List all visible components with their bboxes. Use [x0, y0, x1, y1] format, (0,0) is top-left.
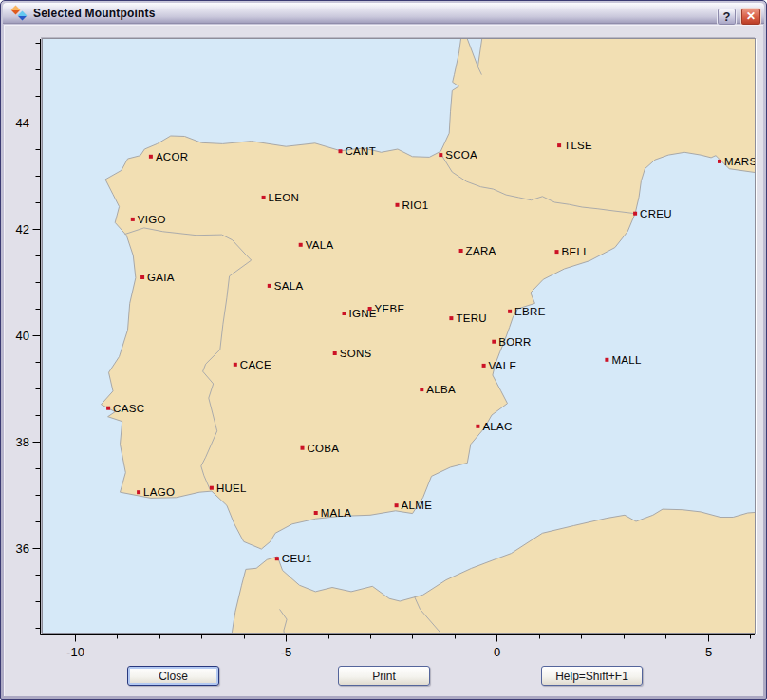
station-marker — [339, 149, 343, 153]
station-marker — [368, 307, 372, 311]
titlebar-close-icon[interactable]: ✕ — [740, 8, 761, 26]
station-marker — [555, 250, 559, 254]
station-label: MARS — [724, 156, 755, 167]
titlebar[interactable]: Selected Mountpoints ? ✕ — [3, 3, 764, 24]
station-label: ACOR — [156, 151, 188, 162]
station-label: CANT — [346, 145, 377, 157]
station-marker — [420, 388, 423, 391]
station-marker — [234, 363, 237, 367]
station-label: MALA — [321, 507, 352, 519]
station-label: ALAC — [482, 421, 512, 432]
station-LAGO: LAGO — [137, 486, 175, 498]
titlebar-help-button[interactable]: ? — [717, 8, 737, 26]
station-label: BORR — [498, 336, 531, 348]
station-label: BELL — [562, 246, 590, 257]
station-label: ALME — [402, 500, 433, 511]
station-marker — [262, 196, 266, 199]
station-SONS: SONS — [333, 348, 372, 359]
station-label: MALL — [611, 354, 642, 366]
station-label: RIO1 — [402, 199, 429, 211]
station-label: SONS — [340, 348, 372, 359]
station-marker — [605, 358, 608, 362]
station-label: TLSE — [564, 140, 592, 151]
station-ACOR: ACOR — [149, 151, 188, 162]
help-button[interactable]: Help=Shift+F1 — [541, 666, 643, 686]
station-marker — [718, 160, 721, 163]
station-marker — [459, 249, 463, 253]
station-marker — [275, 557, 279, 560]
station-marker — [396, 203, 400, 207]
station-marker — [449, 316, 453, 320]
station-marker — [314, 511, 318, 515]
station-label: SALA — [274, 280, 304, 292]
station-marker — [395, 503, 399, 507]
station-marker — [131, 218, 135, 221]
app-icon-diamond-blue — [18, 11, 28, 21]
station-label: YEBE — [375, 303, 405, 314]
station-label: CEU1 — [282, 553, 312, 564]
selected-mountpoints-window: Selected Mountpoints ? ✕ ACORCANTSCOATLS… — [0, 0, 767, 700]
station-marker — [333, 351, 337, 355]
station-marker — [492, 340, 496, 344]
station-label: HUEL — [216, 482, 247, 494]
app-icon — [11, 7, 28, 21]
station-label: VIGO — [138, 214, 166, 225]
station-marker — [557, 143, 561, 147]
station-marker — [343, 312, 346, 315]
station-marker — [210, 486, 214, 490]
station-CACE: CACE — [234, 359, 271, 370]
station-label: GAIA — [147, 272, 175, 283]
station-marker — [301, 446, 305, 450]
station-marker — [476, 425, 479, 428]
window-title: Selected Mountpoints — [33, 3, 156, 24]
station-COBA: COBA — [301, 443, 340, 454]
station-label: ALBA — [426, 384, 456, 395]
close-button[interactable]: Close — [127, 666, 219, 686]
station-marker — [268, 284, 271, 288]
station-CREU: CREU — [633, 208, 672, 219]
station-label: ZARA — [466, 245, 496, 256]
station-label: LEON — [269, 192, 300, 203]
station-BORR: BORR — [492, 336, 531, 348]
map-plot-area: ACORCANTSCOATLSEMARSVIGOLEONRIO1CREUGAIA… — [42, 38, 756, 634]
station-label: COBA — [308, 443, 340, 454]
station-label: CASC — [113, 403, 144, 414]
station-label: CACE — [240, 359, 271, 370]
station-marker — [633, 212, 637, 216]
station-marker — [439, 153, 442, 157]
mountpoints-map: ACORCANTSCOATLSEMARSVIGOLEONRIO1CREUGAIA… — [43, 39, 755, 633]
station-SCOA: SCOA — [439, 149, 477, 161]
station-CASC: CASC — [106, 403, 144, 414]
station-label: VALE — [489, 360, 517, 371]
station-marker — [137, 490, 140, 494]
station-label: EBRE — [514, 306, 546, 317]
station-marker — [299, 243, 303, 247]
station-label: IGNE — [349, 308, 377, 319]
station-label: SCOA — [445, 149, 477, 161]
station-marker — [140, 275, 144, 279]
station-label: VALA — [306, 239, 334, 251]
station-label: TERU — [456, 312, 487, 324]
station-marker — [508, 310, 512, 313]
station-label: CREU — [640, 208, 672, 219]
station-marker — [149, 155, 153, 159]
print-button[interactable]: Print — [338, 666, 430, 686]
station-label: LAGO — [143, 486, 175, 498]
station-marker — [482, 364, 486, 368]
station-marker — [106, 407, 110, 410]
